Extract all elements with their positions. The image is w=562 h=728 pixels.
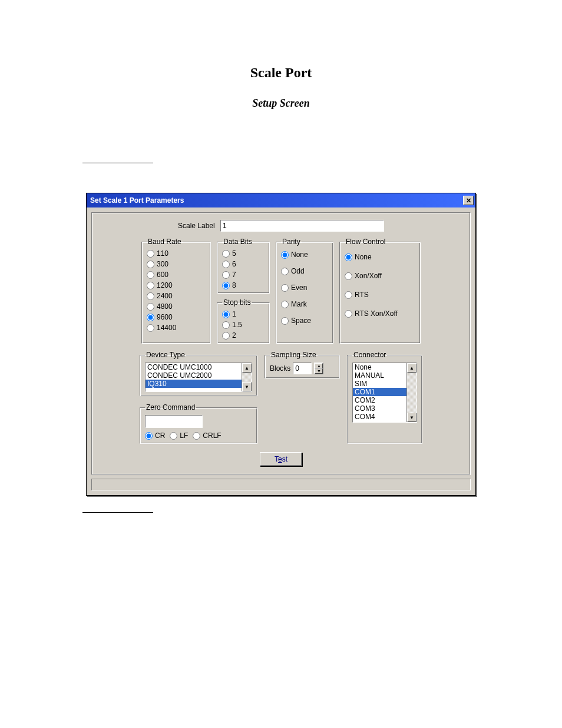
connector-item[interactable]: None — [353, 363, 406, 371]
databits-7[interactable]: 7 — [222, 271, 265, 279]
baud-9600[interactable]: 9600 — [147, 313, 206, 321]
scroll-down-icon[interactable]: ▼ — [242, 382, 252, 391]
baud-1200[interactable]: 1200 — [147, 281, 206, 289]
scroll-down-icon[interactable]: ▼ — [407, 413, 416, 422]
page-subtitle: Setup Screen — [0, 97, 562, 110]
titlebar: Set Scale 1 Port Parameters ✕ — [87, 193, 475, 207]
scrollbar[interactable]: ▲ ▼ — [242, 363, 252, 391]
stopbits-2[interactable]: 2 — [222, 331, 265, 340]
baud-110[interactable]: 110 — [147, 249, 206, 258]
connector-item[interactable]: COM1 — [353, 388, 406, 396]
scale-port-dialog: Set Scale 1 Port Parameters ✕ Scale Labe… — [86, 193, 476, 496]
flow-rts[interactable]: RTS — [345, 291, 415, 299]
databits-6[interactable]: 6 — [222, 260, 265, 268]
close-icon[interactable]: ✕ — [463, 196, 474, 205]
zero-lf[interactable]: LF — [170, 431, 188, 440]
stop-bits-legend: Stop bits — [222, 298, 252, 307]
test-row: Test — [97, 444, 465, 470]
spinner-up-icon[interactable]: ▲ — [315, 363, 323, 368]
connector-item[interactable]: COM4 — [353, 413, 406, 421]
divider — [82, 163, 153, 163]
scrollbar[interactable]: ▲ ▼ — [406, 363, 416, 422]
window-title: Set Scale 1 Port Parameters — [90, 196, 184, 205]
scale-label-row: Scale Label — [97, 218, 465, 238]
device-type-legend: Device Type — [145, 351, 186, 359]
flow-control-legend: Flow Control — [345, 238, 386, 246]
scroll-track[interactable] — [407, 373, 416, 413]
scale-label-label: Scale Label — [178, 222, 215, 230]
baud-2400[interactable]: 2400 — [147, 292, 206, 300]
spinner-down-icon[interactable]: ▼ — [315, 368, 323, 374]
scale-label-input[interactable] — [220, 220, 384, 232]
scroll-up-icon[interactable]: ▲ — [407, 363, 416, 373]
parity-even[interactable]: Even — [281, 284, 328, 292]
row-two: Device Type CONDEC UMC1000 CONDEC UMC200… — [97, 351, 465, 444]
scroll-track[interactable] — [242, 373, 252, 382]
flow-control-group: Flow Control None Xon/Xoff RTS RTS Xon/X… — [339, 238, 421, 344]
device-item[interactable]: IQ310 — [146, 380, 242, 388]
statusbar — [91, 479, 471, 490]
databits-8[interactable]: 8 — [222, 281, 265, 289]
scroll-up-icon[interactable]: ▲ — [242, 363, 252, 373]
baud-14400[interactable]: 14400 — [147, 324, 206, 332]
zero-command-input[interactable] — [145, 415, 203, 428]
databits-5[interactable]: 5 — [222, 249, 265, 258]
flow-rts-xonxoff[interactable]: RTS Xon/Xoff — [345, 309, 415, 318]
test-button[interactable]: Test — [260, 452, 302, 466]
parity-mark[interactable]: Mark — [281, 300, 328, 308]
data-bits-legend: Data Bits — [222, 238, 253, 246]
device-item[interactable]: CONDEC UMC2000 — [146, 371, 242, 380]
connector-item[interactable]: SIM — [353, 380, 406, 388]
connector-legend: Connector — [352, 351, 387, 359]
connector-item[interactable]: COM2 — [353, 396, 406, 404]
connector-listbox[interactable]: None MANUAL SIM COM1 COM2 COM3 COM4 ▲ ▼ — [352, 363, 417, 423]
baud-rate-legend: Baud Rate — [147, 238, 183, 246]
stopbits-1[interactable]: 1 — [222, 310, 265, 318]
page-title: Scale Port — [0, 65, 562, 81]
connector-group: Connector None MANUAL SIM COM1 COM2 COM3… — [347, 351, 422, 444]
parity-group: Parity None Odd Even Mark Space — [276, 238, 333, 344]
zero-cr[interactable]: CR — [145, 431, 165, 440]
connector-item[interactable]: COM3 — [353, 404, 406, 413]
baud-600[interactable]: 600 — [147, 271, 206, 279]
connector-item[interactable]: MANUAL — [353, 371, 406, 380]
flow-none[interactable]: None — [345, 253, 415, 261]
blocks-spinner[interactable]: ▲ ▼ — [314, 363, 323, 374]
stop-bits-group: Stop bits 1 1.5 2 — [217, 298, 270, 344]
blocks-input[interactable] — [293, 363, 312, 374]
sampling-size-legend: Sampling Size — [270, 351, 318, 359]
middle-column: Data Bits 5 6 7 8 Stop bits 1 1.5 — [217, 238, 270, 344]
device-type-group: Device Type CONDEC UMC1000 CONDEC UMC200… — [140, 351, 257, 396]
baud-300[interactable]: 300 — [147, 260, 206, 268]
dialog-client: Scale Label Baud Rate 110 300 600 1200 2… — [87, 207, 475, 495]
data-bits-group: Data Bits 5 6 7 8 — [217, 238, 270, 294]
main-panel: Scale Label Baud Rate 110 300 600 1200 2… — [91, 212, 471, 475]
blocks-label: Blocks — [270, 364, 290, 373]
zero-command-group: Zero Command CR LF CRLF — [140, 403, 257, 444]
zero-command-legend: Zero Command — [145, 403, 196, 411]
device-type-listbox[interactable]: CONDEC UMC1000 CONDEC UMC2000 IQ310 ▲ ▼ — [145, 363, 252, 392]
device-item[interactable]: CONDEC UMC1000 — [146, 363, 242, 371]
parity-odd[interactable]: Odd — [281, 267, 328, 275]
zero-crlf[interactable]: CRLF — [193, 431, 221, 440]
divider — [82, 512, 153, 513]
flow-xonxoff[interactable]: Xon/Xoff — [345, 272, 415, 280]
parity-none[interactable]: None — [281, 251, 328, 259]
baud-4800[interactable]: 4800 — [147, 302, 206, 311]
stopbits-1-5[interactable]: 1.5 — [222, 321, 265, 329]
parity-legend: Parity — [281, 238, 302, 246]
parity-space[interactable]: Space — [281, 317, 328, 325]
groups-row: Baud Rate 110 300 600 1200 2400 4800 960… — [97, 238, 465, 344]
sampling-size-group: Sampling Size Blocks ▲ ▼ — [265, 351, 340, 378]
baud-rate-group: Baud Rate 110 300 600 1200 2400 4800 960… — [141, 238, 211, 344]
